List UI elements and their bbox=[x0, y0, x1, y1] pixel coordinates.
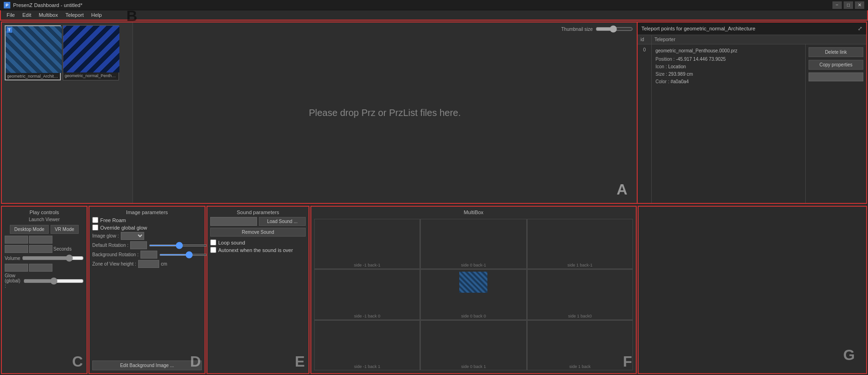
grid-cell-2-1[interactable]: side 0 back 1 bbox=[420, 320, 526, 370]
menu-bar: File Edit Multibox Teleport Help B bbox=[0, 10, 868, 21]
grid-cell-0-1[interactable]: side 0 back-1 bbox=[420, 219, 526, 269]
grid-cell-2-0[interactable]: side -1 back 1 bbox=[314, 320, 420, 370]
override-glow-label: Override global glow bbox=[100, 225, 147, 231]
close-button[interactable]: ✕ bbox=[855, 1, 864, 9]
thumb-size-label: Thumbnail size bbox=[561, 27, 593, 32]
thumbnail-img-pent bbox=[63, 26, 119, 72]
volume-slider[interactable] bbox=[22, 254, 84, 262]
seconds-label: Seconds bbox=[53, 246, 72, 252]
glow-slider[interactable] bbox=[23, 277, 84, 285]
bg-rotation-label: Background Rotation : bbox=[92, 252, 139, 257]
free-roam-label: Free Roam bbox=[100, 217, 126, 223]
grid-cell-1-0[interactable]: side -1 back 0 bbox=[314, 269, 420, 319]
grid-cell-2-2[interactable]: side 1 back bbox=[527, 320, 633, 370]
bg-rotation-input[interactable]: 0 bbox=[140, 251, 157, 259]
cell-label-2-0: side -1 back 1 bbox=[315, 364, 419, 369]
cell-label-2-1: side 0 back 1 bbox=[421, 364, 526, 369]
free-roam-checkbox[interactable] bbox=[92, 217, 98, 223]
letter-d: D bbox=[190, 353, 201, 370]
zone-height-input[interactable]: 175 bbox=[138, 260, 159, 268]
teleport-icon: Icon : Location bbox=[655, 63, 802, 71]
teleport-property-input[interactable] bbox=[809, 72, 863, 81]
grid-cell-1-1[interactable]: side 0 back 0 bbox=[420, 269, 526, 319]
edit-bg-image-button[interactable]: Edit Background Image ... bbox=[92, 361, 202, 370]
panel-sound-params: Sound parameters Load Sound ... Remove S… bbox=[206, 206, 309, 374]
teleport-close-icon[interactable]: ⤢ bbox=[858, 25, 862, 32]
copy-properties-button[interactable]: Copy properties bbox=[809, 60, 863, 70]
letter-c: C bbox=[72, 353, 83, 370]
letter-g: G bbox=[631, 344, 859, 367]
thumb-size-slider[interactable] bbox=[596, 25, 633, 33]
extra-row bbox=[5, 264, 84, 272]
zone-height-label: Zone of View height : bbox=[92, 261, 136, 267]
playback-input-2[interactable] bbox=[29, 236, 52, 244]
col-header-id: id bbox=[638, 35, 652, 44]
title-bar-controls[interactable]: − □ ✕ bbox=[832, 1, 864, 9]
default-rotation-row: Default Rotation : 0 bbox=[92, 241, 202, 249]
loop-input[interactable] bbox=[5, 245, 28, 253]
thumb-t-icon: T bbox=[7, 27, 12, 33]
cell-label-1-0: side -1 back 0 bbox=[315, 314, 419, 318]
remove-sound-button[interactable]: Remove Sound bbox=[210, 228, 306, 237]
thumbnail-item-arch[interactable]: T geometric_normal_Architecture bbox=[5, 25, 61, 80]
bg-rotation-row: Background Rotation : 0 bbox=[92, 251, 202, 259]
autonext-row: Autonext when the sound is over bbox=[210, 247, 306, 253]
menu-teleport[interactable]: Teleport bbox=[62, 11, 88, 19]
vr-mode-button[interactable]: VR Mode bbox=[51, 225, 79, 234]
image-glow-select[interactable] bbox=[121, 232, 144, 240]
cell-label-2-2: side 1 back bbox=[528, 364, 633, 369]
panel-play-controls: Play controls Launch Viewer Desktop Mode… bbox=[1, 206, 88, 374]
cell-label-1-2: side 1 back0 bbox=[528, 314, 633, 318]
teleport-size: Size : 293.989 cm bbox=[655, 71, 802, 78]
thumbnail-strip: T geometric_normal_Architecture geometri… bbox=[2, 22, 133, 203]
default-rotation-input[interactable]: 0 bbox=[130, 241, 147, 249]
cell-label-0-2: side 1 back-1 bbox=[528, 263, 633, 267]
volume-label: Volume bbox=[5, 256, 20, 261]
cell-label-0-0: side -1 back-1 bbox=[315, 263, 419, 267]
free-roam-row: Free Roam bbox=[92, 217, 202, 223]
cell-label-1-1: side 0 back 0 bbox=[421, 314, 526, 318]
thumbnail-list: T geometric_normal_Architecture geometri… bbox=[2, 22, 132, 83]
loop-sound-label: Loop sound bbox=[218, 240, 245, 245]
menu-multibox[interactable]: Multibox bbox=[35, 11, 62, 19]
default-rotation-slider[interactable] bbox=[149, 245, 209, 246]
maximize-button[interactable]: □ bbox=[844, 1, 853, 9]
title-bar-left: P PresenZ Dashboard - untitled* bbox=[4, 2, 82, 8]
thumbnail-img-arch: T bbox=[6, 26, 62, 73]
playback-input-1[interactable] bbox=[5, 236, 28, 244]
desktop-mode-button[interactable]: Desktop Mode bbox=[10, 225, 48, 234]
sound-file-input[interactable] bbox=[210, 217, 257, 226]
col-header-teleporter: Teleporter bbox=[652, 35, 866, 44]
drop-area[interactable]: Please drop Prz or PrzList files here. A… bbox=[133, 22, 637, 203]
autonext-label: Autonext when the sound is over bbox=[218, 247, 293, 253]
teleport-row-details: geometric_normal_Penthouse.0000.prz Posi… bbox=[652, 44, 805, 203]
teleport-panel: Teleport points for geometric_normal_Arc… bbox=[637, 22, 866, 203]
letter-e: E bbox=[295, 353, 305, 370]
loop-sound-checkbox[interactable] bbox=[210, 239, 216, 245]
teleport-position: Position : -45.917 14.446 73.9025 bbox=[655, 56, 802, 63]
glow-row: Glow (global) : bbox=[5, 273, 84, 288]
panel-image-params: Image parameters Free Roam Override glob… bbox=[88, 206, 206, 374]
mode-buttons: Desktop Mode VR Mode bbox=[5, 225, 84, 234]
panel-multibox: MultiBox side -1 back-1 side 0 back-1 si… bbox=[310, 206, 637, 374]
teleport-color: Color : #a0a0a4 bbox=[655, 78, 802, 86]
grid-cell-0-0[interactable]: side -1 back-1 bbox=[314, 219, 420, 269]
menu-edit[interactable]: Edit bbox=[19, 11, 35, 19]
autonext-checkbox[interactable] bbox=[210, 247, 216, 253]
teleport-actions: Delete link Copy properties bbox=[805, 44, 866, 203]
extra-input-1[interactable] bbox=[5, 264, 28, 272]
menu-help[interactable]: Help bbox=[88, 11, 106, 19]
extra-input-2[interactable] bbox=[29, 264, 52, 272]
override-glow-checkbox[interactable] bbox=[92, 224, 98, 231]
thumb-label-arch: geometric_normal_Architecture bbox=[6, 73, 60, 79]
panel-g: G bbox=[638, 206, 867, 374]
minimize-button[interactable]: − bbox=[832, 1, 842, 9]
delete-link-button[interactable]: Delete link bbox=[809, 47, 863, 57]
seconds-input[interactable]: 20 bbox=[29, 245, 52, 253]
thumbnail-item-pent[interactable]: geometric_normal_Penthouse bbox=[63, 25, 119, 80]
grid-cell-1-2[interactable]: side 1 back0 bbox=[527, 269, 633, 319]
grid-cell-0-2[interactable]: side 1 back-1 bbox=[527, 219, 633, 269]
zone-height-row: Zone of View height : 175 cm bbox=[92, 260, 202, 268]
load-sound-button[interactable]: Load Sound ... bbox=[259, 217, 306, 226]
menu-file[interactable]: File bbox=[3, 11, 19, 19]
